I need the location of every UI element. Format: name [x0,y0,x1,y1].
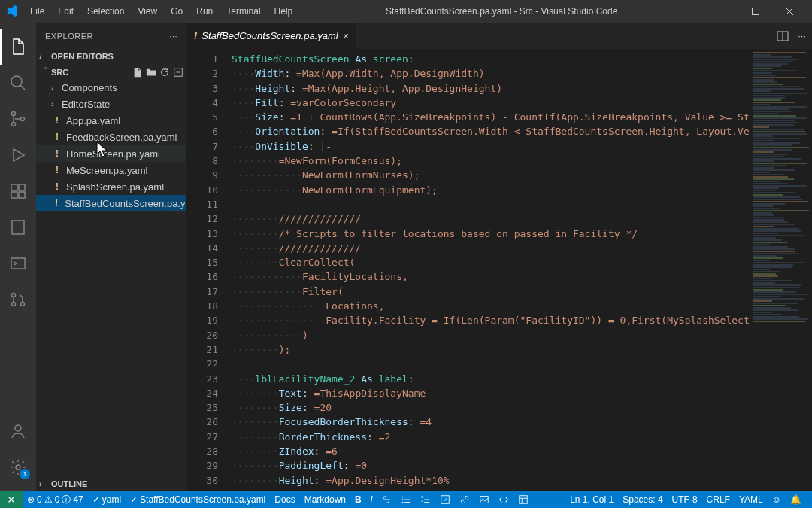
extensions-icon[interactable] [0,173,36,209]
menu-help[interactable]: Help [268,3,299,20]
svg-rect-0 [718,11,726,11]
collapse-icon[interactable] [173,67,183,78]
link-icon[interactable] [455,494,474,505]
remote-button[interactable] [0,491,23,508]
svg-point-20 [402,499,404,500]
svg-point-13 [12,303,16,306]
source-control-icon[interactable] [0,101,36,137]
run-debug-icon[interactable] [0,137,36,173]
split-editor-icon[interactable] [777,30,789,42]
file-app[interactable]: ! App.pa.yaml [36,112,186,129]
titlebar: File Edit Selection View Go Run Terminal… [0,0,812,23]
new-file-icon[interactable] [132,67,143,78]
explorer-icon[interactable] [0,29,36,65]
code-icon[interactable] [494,494,514,505]
chevron-down-icon: › [41,66,50,78]
minimize-button[interactable] [704,0,738,23]
italic-button[interactable]: i [366,494,377,505]
strike-icon[interactable] [377,494,396,505]
menu-run[interactable]: Run [190,3,219,20]
window-title: StaffBedCountsScreen.pa.yaml - Src - Vis… [298,6,704,17]
search-icon[interactable] [0,65,36,101]
checkbox-icon[interactable] [435,494,455,505]
new-folder-icon[interactable] [146,67,156,78]
cursor-position[interactable]: Ln 1, Col 1 [565,494,618,505]
markdown-button[interactable]: Markdown [300,494,350,505]
bookmark-icon[interactable] [0,209,36,245]
menu-bar: File Edit Selection View Go Run Terminal… [24,3,298,20]
open-editors-section[interactable]: › OPEN EDITORS [36,50,186,62]
refresh-icon[interactable] [159,67,170,78]
maximize-button[interactable] [738,0,772,23]
yaml-file-icon: ! [51,132,63,142]
menu-file[interactable]: File [24,3,50,20]
src-actions [132,67,183,78]
yaml-status[interactable]: ✓ yaml [88,494,126,505]
error-icon: ⊗ [27,494,35,505]
chevron-right-icon: › [39,53,51,61]
svg-rect-6 [11,184,17,190]
menu-edit[interactable]: Edit [52,3,80,20]
minimap[interactable] [752,49,812,491]
settings-badge: 1 [20,469,30,479]
indentation[interactable]: Spaces: 4 [618,494,667,505]
menu-selection[interactable]: Selection [81,3,130,20]
accounts-icon[interactable] [0,413,36,449]
window-controls [704,0,806,23]
menu-terminal[interactable]: Terminal [220,3,266,20]
yaml-file-icon: ! [51,165,63,175]
chevron-right-icon: › [39,480,51,488]
file-tree: › Components › EditorState ! App.pa.yaml… [36,79,186,211]
encoding[interactable]: UTF-8 [668,494,702,505]
src-section[interactable]: › SRC [36,65,186,79]
close-icon[interactable]: × [343,30,349,42]
svg-rect-8 [19,192,25,198]
image-icon[interactable] [474,494,494,505]
file-homescreen[interactable]: ! HomeScreen.pa.yaml [36,145,186,162]
editor-body[interactable]: 1234567891011121314151617181920212223242… [186,49,812,491]
git-file-status[interactable]: ✓ StaffBedCountsScreen.pa.yaml [126,494,270,505]
sidebar-more-icon[interactable]: ··· [169,32,177,41]
warning-icon: ⚠ [44,494,53,505]
outline-section[interactable]: › OUTLINE [36,478,186,490]
eol[interactable]: CRLF [702,494,735,505]
svg-text:2: 2 [421,499,423,503]
more-icon[interactable]: ··· [798,30,806,41]
yaml-file-icon: ! [51,148,63,159]
notifications-icon[interactable]: 🔔 [786,494,806,505]
svg-point-12 [12,294,16,297]
svg-rect-11 [11,258,25,269]
menu-go[interactable]: Go [165,3,189,20]
tab-active[interactable]: ! StaffBedCountsScreen.pa.yaml × [186,23,357,49]
docs-button[interactable]: Docs [270,494,299,505]
file-mescreen[interactable]: ! MeScreen.pa.yaml [36,162,186,178]
settings-gear-icon[interactable]: 1 [0,449,36,485]
file-staffbedcountsscreen[interactable]: ! StaffBedCountsScreen.pa.yaml [36,195,186,211]
file-feedbackscreen[interactable]: ! FeedbackScreen.pa.yaml [36,129,186,145]
svg-point-19 [402,497,404,498]
close-button[interactable] [772,0,806,23]
folder-editorstate[interactable]: › EditorState [36,96,186,112]
editor-area: ! StaffBedCountsScreen.pa.yaml × ··· 123… [186,23,812,491]
problems-button[interactable]: ⊗0 ⚠0 ⓘ47 [23,494,88,506]
line-numbers: 1234567891011121314151617181920212223242… [186,49,232,491]
list-ol-icon[interactable]: 12 [416,494,435,505]
layout-icon[interactable] [514,494,533,505]
svg-point-2 [11,76,22,87]
file-splashscreen[interactable]: ! SplashScreen.pa.yaml [36,178,186,195]
statusbar: ⊗0 ⚠0 ⓘ47 ✓ yaml ✓ StaffBedCountsScreen.… [0,491,812,508]
feedback-icon[interactable]: ☺ [768,494,786,505]
chevron-right-icon: › [51,84,62,92]
tab-bar: ! StaffBedCountsScreen.pa.yaml × ··· [186,23,812,49]
sidebar-header: EXPLORER ··· [36,23,186,49]
code-content[interactable]: StaffBedCountsScreen As screen:····Width… [232,49,752,491]
git-pr-icon[interactable] [0,281,36,318]
output-icon[interactable] [0,245,36,281]
svg-rect-10 [12,221,24,234]
yaml-file-icon: ! [194,30,197,41]
folder-components[interactable]: › Components [36,79,186,96]
bold-button[interactable]: B [350,494,366,505]
language-mode[interactable]: YAML [735,494,768,505]
menu-view[interactable]: View [132,3,163,20]
list-ul-icon[interactable] [396,494,416,505]
